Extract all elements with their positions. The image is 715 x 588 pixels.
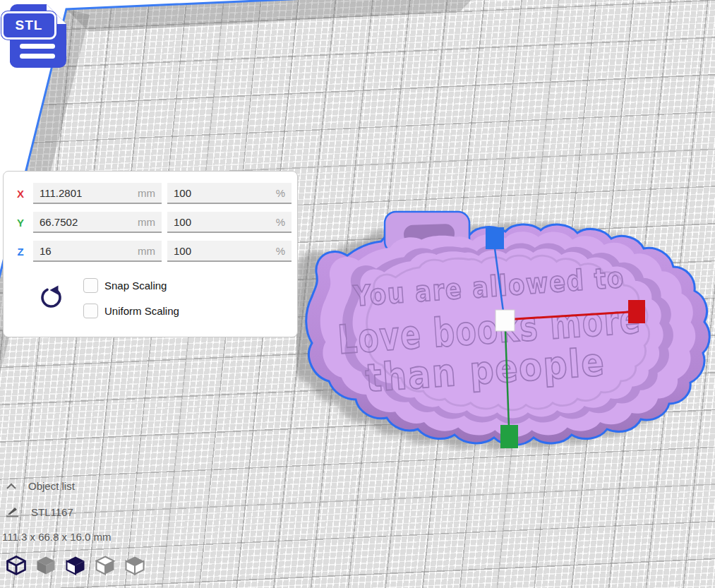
object-list-header[interactable]: Object list (6, 480, 75, 492)
uniform-scaling-checkbox[interactable] (83, 304, 98, 318)
z-percent-unit: % (276, 245, 285, 257)
mesh-type-icon (6, 505, 20, 518)
camera-view-toolbar (4, 555, 146, 577)
y-percent-unit: % (276, 216, 285, 228)
z-scale-handle[interactable] (486, 227, 504, 249)
top-view-icon (65, 556, 86, 575)
reset-icon (37, 284, 66, 312)
front-view-icon (35, 556, 56, 575)
z-size-unit: mm (138, 245, 155, 257)
axis-y-label: Y (13, 217, 28, 229)
model-canvas[interactable]: You are allowed to Love books more than … (296, 189, 715, 468)
y-scale-handle[interactable] (500, 425, 518, 448)
scale-tool-panel: X 111.2801 mm 100 % Y 66.7502 mm 100 (3, 171, 298, 337)
chevron-up-icon (6, 483, 17, 490)
object-list-title: Object list (28, 480, 75, 492)
view-3d-button[interactable] (4, 555, 28, 577)
view-left-button[interactable] (93, 555, 116, 577)
view-right-button[interactable] (123, 555, 146, 577)
center-scale-handle[interactable] (495, 310, 515, 331)
x-percent-input[interactable]: 100 % (167, 183, 292, 204)
x-scale-handle[interactable] (628, 300, 645, 323)
uniform-scaling-label: Uniform Scaling (104, 305, 179, 317)
y-size-unit: mm (138, 216, 155, 228)
left-view-icon (95, 556, 116, 575)
snap-scaling-label: Snap Scaling (104, 280, 167, 292)
x-percent-unit: % (276, 187, 285, 199)
z-percent-input[interactable]: 100 % (167, 241, 292, 262)
scale-row-y: Y 66.7502 mm 100 % (13, 212, 292, 233)
axis-z-label: Z (13, 246, 28, 258)
axis-x-label: X (13, 188, 28, 200)
z-size-input[interactable]: 16 mm (33, 241, 162, 262)
stl-file-watermark: STL (1, 1, 72, 69)
model-dimensions: 111.3 x 66.8 x 16.0 mm (2, 531, 112, 543)
y-percent-input[interactable]: 100 % (167, 212, 292, 233)
view-front-button[interactable] (34, 555, 57, 577)
object-name: STL1167 (31, 506, 73, 518)
reset-scale-button[interactable] (36, 283, 67, 314)
x-size-unit: mm (138, 187, 155, 199)
scale-row-z: Z 16 mm 100 % (13, 241, 292, 262)
view-top-button[interactable] (64, 555, 87, 577)
viewport-3d[interactable]: You are allowed to Love books more than … (0, 0, 715, 588)
scale-row-x: X 111.2801 mm 100 % (13, 183, 292, 204)
snap-scaling-checkbox[interactable] (83, 278, 98, 293)
object-list-item[interactable]: STL1167 (6, 505, 73, 518)
stl-badge: STL (1, 11, 56, 40)
snap-scaling-row: Snap Scaling (83, 278, 167, 293)
x-size-input[interactable]: 111.2801 mm (33, 183, 162, 204)
y-size-input[interactable]: 66.7502 mm (33, 212, 162, 233)
uniform-scaling-row: Uniform Scaling (83, 304, 179, 318)
right-view-icon (124, 556, 145, 575)
3d-view-icon (6, 556, 27, 575)
